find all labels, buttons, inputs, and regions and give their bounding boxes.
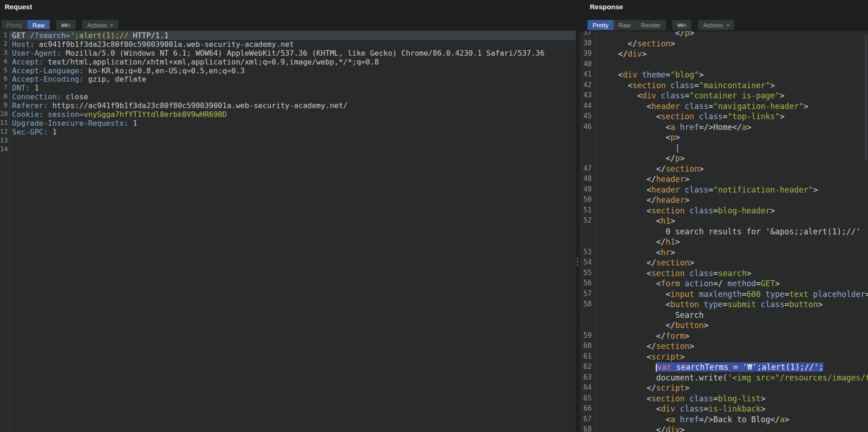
request-gutter-separator	[9, 30, 10, 432]
code-token: =/>	[699, 123, 713, 132]
code-token: Sec-GPC:	[12, 128, 48, 136]
code-line[interactable]: </p>	[595, 31, 868, 39]
response-scrollbar-thumb[interactable]	[865, 35, 867, 160]
code-row: 41 <div theme="blog">	[580, 70, 868, 81]
request-tab-actions[interactable]: Actions∨	[82, 20, 118, 30]
code-row: 49 <header class="notification-header">	[580, 185, 868, 196]
code-line[interactable]: <h1>	[595, 216, 868, 227]
code-line[interactable]: <button type=submit class=button>	[595, 300, 868, 310]
code-line[interactable]: </header>	[595, 195, 868, 206]
code-line[interactable]: Host: ac941f9b1f3da23c80f80c590039001a.w…	[9, 40, 576, 49]
code-line[interactable]: Referer: https://ac941f9b1f3da23c80f80c5…	[9, 101, 576, 110]
code-line[interactable]: <header class="navigation-header">	[595, 102, 868, 112]
code-line[interactable]: var searchTerms = '₩';alert(1);//';	[595, 362, 868, 373]
code-line[interactable]: Accept: text/html,application/xhtml+xml,…	[9, 58, 576, 66]
line-number	[580, 310, 595, 321]
code-line[interactable]: </section>	[595, 258, 868, 269]
code-line[interactable]: Upgrade-Insecure-Requests: 1	[9, 119, 576, 128]
code-line[interactable]: <section class="maincontainer">	[595, 81, 868, 91]
request-editor[interactable]: 1GET /?search=';alert(1);// HTTP/1.12Hos…	[0, 29, 576, 432]
code-line[interactable]: Cookie: session=vnySgga7hfYT1Ytdl8erbk0V…	[9, 110, 576, 119]
code-token: href	[680, 123, 699, 132]
code-line[interactable]: 0 search results for '&apos;;alert(1);//…	[595, 227, 868, 238]
code-token: a	[742, 123, 746, 132]
line-number: 66	[580, 404, 595, 415]
code-line[interactable]: </p>	[595, 154, 868, 164]
code-line[interactable]: Connection: close	[9, 92, 576, 101]
code-token: =	[723, 300, 727, 309]
code-token: var	[657, 362, 672, 372]
code-line[interactable]: <input maxlength=600 type=text placehold…	[595, 290, 868, 300]
code-row: 51 <section class=blog-header>	[580, 206, 868, 217]
code-line[interactable]: <a href=/>Back to Blog</a>	[595, 415, 868, 426]
code-row: 44 <header class="navigation-header">	[580, 102, 868, 112]
line-number: 47	[580, 164, 595, 175]
code-line[interactable]: </div>	[595, 49, 868, 60]
code-line[interactable]: <a href=/>Home</a>	[595, 123, 868, 133]
code-line[interactable]: </section>	[595, 164, 868, 175]
code-line[interactable]: </form>	[595, 331, 868, 342]
code-line[interactable]: Search	[595, 310, 868, 321]
code-row: </h1>	[580, 237, 868, 248]
code-line[interactable]: <section class=blog-list>	[595, 394, 868, 405]
code-line[interactable]: <header class="notification-header">	[595, 185, 868, 196]
code-row: 13	[0, 136, 576, 145]
line-number	[580, 227, 595, 238]
code-line[interactable]: Sec-GPC: 1	[9, 128, 576, 136]
panel-splitter[interactable]	[576, 29, 580, 432]
code-token: >	[770, 81, 775, 90]
code-line[interactable]: <form action=/ method=GET>	[595, 279, 868, 290]
code-line[interactable]	[9, 145, 576, 154]
code-line[interactable]: </section>	[595, 39, 868, 50]
backslash-n-glyph: ₩	[61, 22, 67, 29]
response-tab-render[interactable]: Render	[636, 20, 666, 30]
code-line[interactable]: <div theme="blog">	[595, 70, 868, 81]
code-line[interactable]: </script>	[595, 383, 868, 394]
code-token: <	[646, 352, 651, 361]
code-line[interactable]: </div>	[595, 425, 868, 432]
code-token: class	[680, 404, 704, 413]
request-tab-raw[interactable]: Raw	[27, 20, 50, 30]
response-tab-wn[interactable]: ₩n	[672, 20, 692, 30]
response-tab-pretty[interactable]: Pretty	[587, 20, 613, 30]
code-line[interactable]: <div class="container is-page">	[595, 91, 868, 102]
request-tab-wn[interactable]: ₩n	[56, 20, 76, 30]
code-line[interactable]: GET /?search=';alert(1);// HTTP/1.1	[9, 31, 576, 40]
code-line[interactable]: DNT: 1	[9, 84, 576, 92]
code-token: submit	[727, 300, 756, 309]
code-line[interactable]: </header>	[595, 174, 868, 185]
code-line[interactable]: User-Agent: Mozilla/5.0 (Windows NT 6.1;…	[9, 49, 576, 58]
line-number: 11	[0, 119, 9, 128]
code-token: DNT:	[12, 84, 30, 92]
code-line[interactable]: <section class="top-links">	[595, 112, 868, 123]
code-line[interactable]: |	[595, 143, 868, 154]
code-line[interactable]: <div class=is-linkback>	[595, 404, 868, 415]
request-tab-pretty[interactable]: Pretty	[1, 20, 27, 30]
code-line[interactable]: Accept-Language: ko-KR,ko;q=0.8,en-US;q=…	[9, 66, 576, 75]
code-line[interactable]	[9, 136, 576, 145]
code-token: >	[680, 352, 685, 361]
code-token: "container is-page"	[690, 91, 780, 100]
code-token: class	[685, 102, 708, 111]
response-tab-bar: PrettyRawRender₩nActions∨	[587, 20, 734, 30]
code-line[interactable]	[595, 60, 868, 71]
line-number: 37	[580, 31, 595, 39]
code-token: <	[646, 102, 651, 111]
response-tab-actions[interactable]: Actions∨	[698, 20, 734, 30]
code-line[interactable]: </button>	[595, 321, 868, 331]
code-line[interactable]: </h1>	[595, 237, 868, 248]
response-tab-raw[interactable]: Raw	[613, 20, 636, 30]
code-line[interactable]: <p>	[595, 133, 868, 143]
splitter-handle-icon[interactable]	[577, 258, 579, 268]
code-line[interactable]: </section>	[595, 342, 868, 352]
code-line[interactable]: <section class=blog-header>	[595, 206, 868, 217]
line-number	[580, 154, 595, 164]
code-line[interactable]: <hr>	[595, 248, 868, 258]
selected-text[interactable]: var searchTerms = '₩';alert(1);//';	[656, 362, 823, 372]
code-line[interactable]: <script>	[595, 352, 868, 363]
code-line[interactable]: Accept-Encoding: gzip, deflate	[9, 75, 576, 84]
response-editor[interactable]: 37 </p>38 </section>39 </div>4041 <div t…	[580, 31, 868, 432]
code-line[interactable]: document.write('<img src="/resources/ima…	[595, 373, 868, 384]
code-line[interactable]: <section class=search>	[595, 269, 868, 279]
code-token: a	[671, 415, 675, 424]
